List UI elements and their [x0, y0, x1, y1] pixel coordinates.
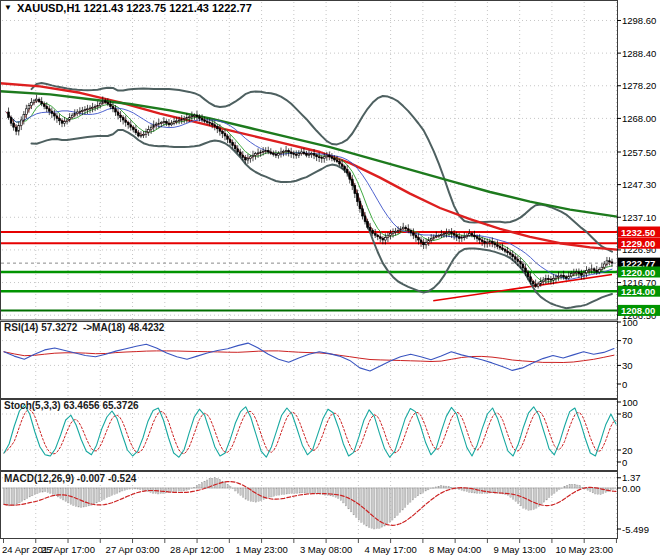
chart-canvas[interactable]: 1298.601288.401278.201268.001257.501247.…	[0, 0, 660, 560]
time-axis-label: 9 May 13:00	[494, 544, 546, 555]
trendline	[433, 275, 612, 301]
price-level-badge-label: 1232.50	[621, 227, 655, 238]
price-axis-label: 1268.00	[622, 113, 656, 124]
rsi-panel	[4, 343, 614, 371]
macd-panel	[2, 478, 617, 529]
rsi-axis-label: 70	[622, 335, 633, 346]
stoch-axis-label: 20	[622, 445, 633, 456]
stoch-axis-label: 0	[622, 457, 627, 468]
price-axis-label: 1257.50	[622, 147, 656, 158]
trading-chart-window: 1298.601288.401278.201268.001257.501247.…	[0, 0, 660, 560]
price-level-badge-label: 1214.00	[621, 286, 655, 297]
rsi-axis-label: 0	[622, 379, 627, 390]
thin-ma-green-line	[6, 104, 612, 282]
stoch-axis-label: 100	[622, 397, 638, 408]
stoch-panel	[4, 405, 616, 457]
thin-ma-red-line	[6, 101, 612, 284]
price-level-badge-label: 1220.00	[621, 267, 655, 278]
price-axis-label: 1278.20	[622, 80, 656, 91]
macd-axis-label: 0.00	[622, 483, 641, 494]
rsi-axis-label: 30	[622, 360, 633, 371]
thin-ma-blue-line	[6, 108, 612, 279]
price-axis-label: 1298.60	[622, 15, 656, 26]
bollinger-bands	[32, 83, 613, 308]
rsi-axis-label: 100	[622, 317, 638, 328]
time-axis-label: 1 May 23:00	[235, 544, 287, 555]
time-axis-label: 27 Apr 03:00	[106, 544, 160, 555]
symbol-dropdown-icon[interactable]: ▼	[4, 3, 12, 12]
price-level-badge-label: 1208.00	[621, 305, 655, 316]
time-axis-label: 4 May 17:00	[364, 544, 416, 555]
price-level-badges: 1232.501229.001222.771220.001214.001208.…	[618, 227, 660, 316]
price-axis-label: 1288.40	[622, 48, 656, 59]
price-level-badge-label: 1229.00	[621, 238, 655, 249]
time-axis-label: 25 Apr 17:00	[41, 544, 95, 555]
time-axis-label: 28 Apr 12:00	[170, 544, 224, 555]
stoch-axis-label: 80	[622, 409, 633, 420]
time-axis[interactable]: 24 Apr 201725 Apr 17:0027 Apr 03:0028 Ap…	[2, 539, 616, 555]
time-axis-label: 3 May 08:00	[300, 544, 352, 555]
time-axis-label: 10 May 23:00	[555, 544, 613, 555]
price-axis-label: 1237.10	[622, 212, 656, 223]
time-axis-label: 8 May 04:00	[429, 544, 481, 555]
macd-axis-label: -5.499	[622, 524, 649, 535]
price-axis-label: 1247.30	[622, 179, 656, 190]
